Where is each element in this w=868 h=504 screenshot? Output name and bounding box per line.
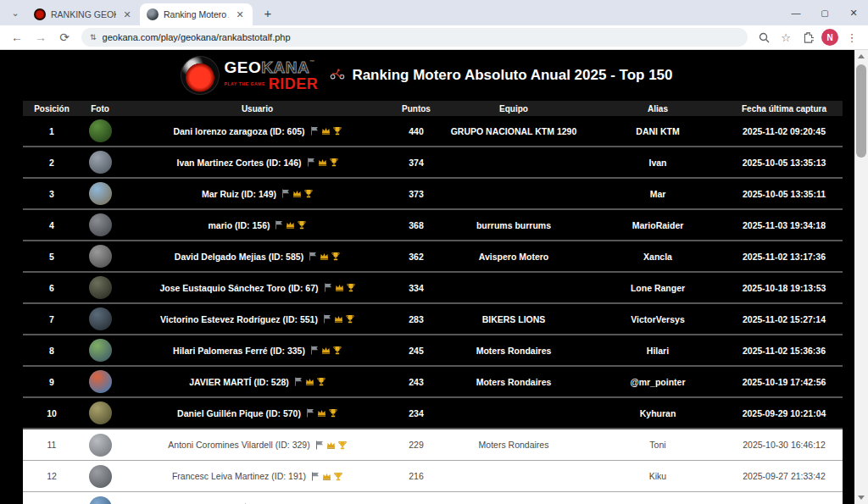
cell-alias: @mr_pointer — [590, 377, 726, 387]
tab-close-icon[interactable]: ✕ — [121, 8, 133, 20]
cell-user: Hilari Palomeras Ferré (ID: 335) — [120, 346, 395, 356]
username: Ivan Martinez Cortes (ID: 146) — [176, 158, 301, 168]
tab-title: Ranking Motero Absoluto Anua — [164, 9, 229, 19]
cell-team: Avispero Motero — [437, 252, 590, 262]
maximize-button[interactable]: ▢ — [810, 0, 839, 25]
crown-icon — [305, 377, 314, 385]
scrollbar-thumb[interactable] — [856, 64, 866, 158]
reload-button[interactable]: ⟳ — [54, 27, 75, 47]
page-scrollbar[interactable] — [854, 50, 868, 504]
trophy-icon — [317, 377, 326, 386]
table-row: 6 Jose Eustaquio Sánchez Toro (ID: 67) 3… — [23, 273, 843, 304]
col-header-alias: Alias — [590, 104, 726, 114]
cell-user: Jose Eustaquio Sánchez Toro (ID: 67) — [120, 283, 395, 293]
avatar — [89, 370, 112, 393]
minimize-button[interactable]: — — [782, 0, 810, 25]
trophy-icon — [330, 158, 338, 167]
avatar — [89, 151, 112, 174]
username: Daniel Guillén Pique (ID: 570) — [177, 408, 301, 418]
avatar — [89, 339, 112, 362]
geokana-rider-logo: GEOKANA™ PLAY THE GAME RIDER — [181, 57, 318, 94]
table-row: 4 mario (ID: 156) 368 burrums burrums Ma… — [23, 210, 843, 241]
scrollbar-down-icon[interactable] — [854, 491, 868, 504]
table-row: 9 JAVIER MARTÍ (ID: 528) 243 Moters Rond… — [23, 367, 843, 398]
cell-alias: MarioRaider — [590, 220, 726, 230]
table-row: 3 Mar Ruiz (ID: 149) 373 Mar 2025-10-05 … — [23, 179, 843, 210]
avatar — [89, 434, 112, 457]
extensions-icon[interactable] — [798, 27, 818, 47]
profile-avatar[interactable]: N — [821, 29, 838, 46]
logo-tagline: PLAY THE GAME — [224, 82, 264, 86]
cell-points: 334 — [395, 283, 437, 293]
cell-date: 2025-11-02 13:17:36 — [726, 252, 843, 262]
username: Hilari Palomeras Ferré (ID: 335) — [173, 346, 305, 356]
browser-menu-icon[interactable]: ⋮ — [842, 27, 862, 47]
checkered-flag-icon — [307, 158, 315, 167]
bookmark-star-icon[interactable]: ☆ — [776, 27, 796, 47]
cell-position: 7 — [23, 314, 81, 324]
cell-alias: Kyhuran — [590, 408, 726, 418]
browser-tab-1[interactable]: RANKING GEOKANA – GEOKAN ✕ — [27, 3, 140, 25]
cell-alias: Toni — [590, 440, 726, 450]
cell-date: 2025-09-27 21:33:42 — [726, 471, 843, 481]
table-row: 8 Hilari Palomeras Ferré (ID: 335) 245 M… — [23, 335, 843, 367]
address-bar[interactable]: ⇅ — [81, 28, 748, 47]
cell-points: 243 — [395, 377, 437, 387]
checkered-flag-icon — [310, 126, 319, 136]
username: mario (ID: 156) — [209, 220, 270, 230]
forward-button[interactable]: → — [31, 27, 51, 47]
cell-position: 1 — [23, 126, 81, 136]
cell-photo — [81, 119, 120, 142]
cell-photo — [81, 434, 120, 457]
cell-photo — [81, 151, 120, 174]
close-button[interactable]: ✕ — [839, 0, 868, 25]
crown-icon — [334, 314, 343, 323]
avatar — [89, 213, 112, 236]
scrollbar-up-icon[interactable] — [854, 50, 868, 63]
geokana-ball-icon — [181, 57, 219, 94]
trophy-icon — [338, 440, 347, 450]
cell-user: Victorino Estevez Rodríguez (ID: 551) — [120, 314, 395, 324]
cell-user: Mar Ruiz (ID: 149) — [120, 189, 395, 199]
crown-icon — [286, 220, 295, 229]
trophy-icon — [331, 252, 340, 261]
cell-points: 362 — [395, 252, 437, 262]
url-input[interactable] — [103, 32, 739, 42]
table-row — [23, 492, 843, 504]
new-tab-button[interactable]: + — [258, 3, 278, 23]
page-content: GEOKANA™ PLAY THE GAME RIDER — [0, 50, 868, 504]
tab-title: RANKING GEOKANA – GEOKAN — [51, 9, 116, 19]
crown-icon — [326, 440, 336, 449]
tab-list-chevron-icon[interactable]: ⌄ — [5, 3, 25, 23]
tab-close-icon[interactable]: ✕ — [234, 8, 246, 20]
cell-position: 3 — [23, 189, 81, 199]
cell-team: BIKERS LIONS — [437, 314, 590, 324]
table-row: 10 Daniel Guillén Pique (ID: 570) 234 Ky… — [23, 398, 843, 429]
avatar — [89, 465, 112, 488]
avatar — [89, 496, 112, 504]
checkered-flag-icon — [309, 252, 317, 261]
crown-icon — [317, 408, 326, 417]
checkered-flag-icon — [323, 314, 331, 324]
cell-position: 12 — [23, 471, 81, 481]
cell-alias: Hilari — [590, 346, 726, 356]
username: Francesc Leiva Martinez (ID: 191) — [172, 471, 306, 481]
back-button[interactable]: ← — [7, 27, 27, 47]
cell-alias: DANI KTM — [590, 126, 726, 136]
avatar — [89, 276, 112, 299]
cell-alias: Mar — [590, 189, 726, 199]
browser-tab-2-active[interactable]: Ranking Motero Absoluto Anua ✕ — [140, 3, 253, 25]
cell-alias: Xancla — [590, 252, 726, 262]
cell-position: 11 — [23, 440, 81, 450]
site-settings-icon[interactable]: ⇅ — [90, 33, 96, 42]
col-header-puntos: Puntos — [395, 104, 437, 114]
table-row: 7 Victorino Estevez Rodríguez (ID: 551) … — [23, 304, 843, 335]
motorcycle-icon — [330, 67, 345, 84]
cell-position: 6 — [23, 283, 81, 293]
cell-photo — [81, 339, 120, 362]
cell-alias: Ivan — [590, 158, 726, 168]
zoom-icon[interactable] — [754, 27, 774, 47]
cell-position: 2 — [23, 158, 81, 168]
cell-user: Daniel Guillén Pique (ID: 570) — [120, 408, 395, 418]
logo-kana: KANA — [261, 58, 309, 76]
